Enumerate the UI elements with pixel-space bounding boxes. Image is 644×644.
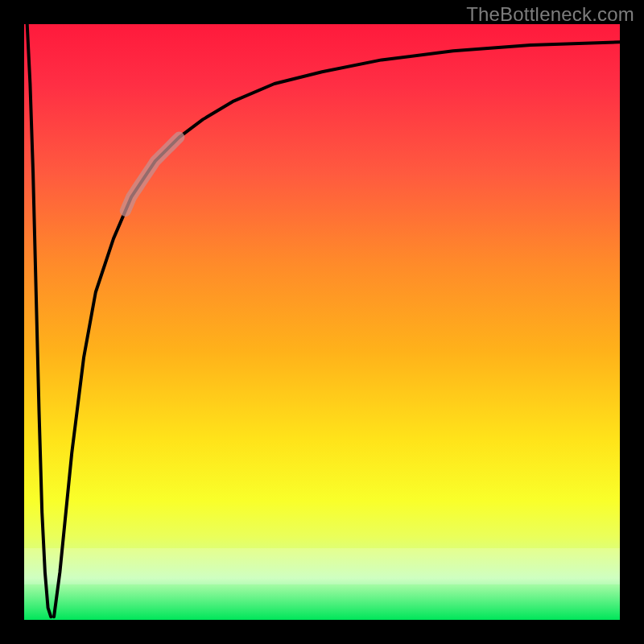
plot-area [24, 24, 620, 620]
attribution-text: TheBottleneck.com [466, 3, 634, 26]
chart-root: TheBottleneck.com [0, 0, 644, 644]
curve-highlight-segment [126, 138, 180, 211]
rising-asymptote-curve [54, 42, 620, 617]
curve-layer [24, 24, 620, 620]
left-spike-curve [27, 24, 52, 617]
